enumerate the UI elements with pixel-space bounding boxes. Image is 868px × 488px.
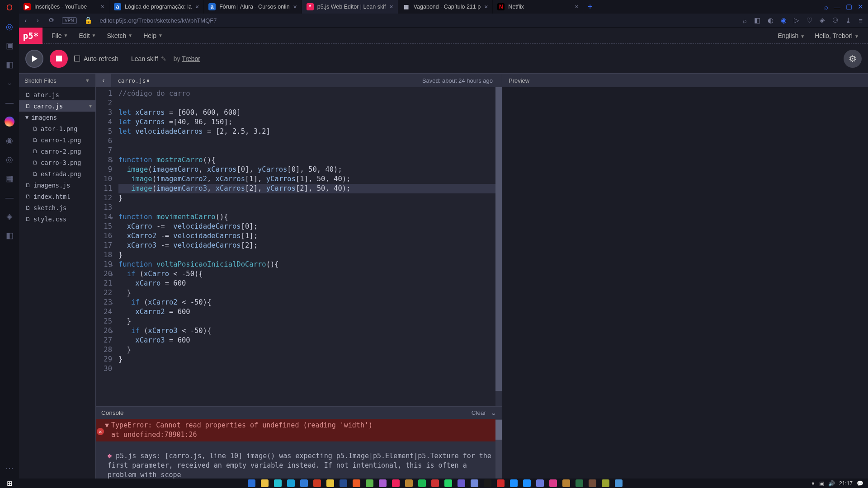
easy-setup-icon[interactable]: ≡ (859, 17, 863, 24)
sidebar-header[interactable]: Sketch Files ▼ (19, 74, 95, 87)
taskbar-app-icon[interactable] (615, 479, 623, 487)
speed-dial-icon[interactable]: ▣ (5, 41, 14, 51)
taskbar-app-icon[interactable] (444, 479, 452, 487)
taskbar-app-icon[interactable] (458, 479, 465, 487)
file-item[interactable]: 🗋ator.js (19, 89, 95, 100)
taskbar-app-icon[interactable] (366, 479, 373, 487)
taskbar-app-icon[interactable] (602, 479, 609, 487)
taskbar-app-icon[interactable] (484, 479, 491, 487)
taskbar-app-icon[interactable] (392, 479, 400, 487)
taskbar-app-icon[interactable] (261, 479, 269, 487)
console-scrollbar[interactable] (495, 419, 502, 479)
taskbar-app-icon[interactable] (326, 479, 334, 487)
flow-icon[interactable]: ◧ (5, 230, 14, 240)
taskbar-app-icon[interactable] (549, 479, 557, 487)
menu-edit[interactable]: Edit ▼ (79, 32, 96, 39)
taskbar-app-icon[interactable] (418, 479, 426, 487)
cube-icon[interactable]: ◈ (820, 16, 825, 24)
sketch-name[interactable]: Lean skiff (131, 55, 158, 62)
taskbar-app-icon[interactable] (340, 479, 347, 487)
taskbar-app-icon[interactable] (353, 479, 360, 487)
open-file-tab[interactable]: carro.js● (111, 74, 156, 87)
file-item[interactable]: 🗋carro-1.png (19, 134, 95, 145)
browser-tab[interactable]: *p5.js Web Editor | Lean skif× (302, 0, 398, 14)
tab-close-icon[interactable]: × (195, 3, 199, 10)
close-window-icon[interactable]: ✕ (858, 3, 863, 11)
file-item[interactable]: 🗋carro-2.png (19, 145, 95, 157)
reload-icon[interactable]: ⟳ (49, 16, 55, 24)
menu-sketch[interactable]: Sketch ▼ (107, 32, 133, 39)
file-item[interactable]: 🗋ator-1.png (19, 123, 95, 134)
sidebar-dropdown-icon[interactable]: ▼ (85, 78, 90, 83)
snapshot-icon[interactable]: ◐ (768, 16, 774, 24)
tray-notifications-icon[interactable]: 💬 (857, 480, 863, 487)
user-greeting[interactable]: Hello, Trebor! ▼ (815, 32, 859, 39)
url-text[interactable]: editor.p5js.org/Trebor/sketches/kWphTMQF… (100, 17, 217, 24)
start-button[interactable]: ⊞ (0, 479, 19, 488)
opera-search-icon[interactable]: ⌕ (824, 3, 828, 11)
file-item[interactable]: 🗋imagens.js (19, 179, 95, 191)
opera-logo-icon[interactable]: O (5, 3, 14, 13)
maximize-icon[interactable]: ▢ (846, 3, 852, 11)
shield-icon[interactable]: ◉ (781, 16, 787, 24)
console-collapse-icon[interactable]: ⌄ (491, 408, 496, 417)
whatsapp-icon[interactable]: ◉ (5, 136, 14, 145)
telegram-icon[interactable]: ▦ (5, 174, 14, 183)
file-item[interactable]: 🗋style.css (19, 213, 95, 225)
instagram-icon[interactable] (5, 117, 14, 127)
taskbar-app-icon[interactable] (562, 479, 570, 487)
player-icon[interactable]: ◈ (5, 211, 14, 221)
twitter-icon[interactable]: ◎ (5, 155, 14, 164)
edit-name-icon[interactable]: ✎ (161, 55, 166, 62)
new-tab-button[interactable]: + (583, 0, 597, 14)
menu-file[interactable]: File ▼ (52, 32, 68, 39)
taskbar-app-icon[interactable] (523, 479, 531, 487)
browser-tab[interactable]: aLógica de programação: la× (109, 0, 204, 14)
tab-close-icon[interactable]: × (293, 3, 297, 10)
tray-network-icon[interactable]: ▣ (819, 480, 824, 487)
stop-button[interactable] (50, 50, 68, 68)
discord-icon[interactable]: ◎ (5, 22, 14, 32)
download-icon[interactable]: ⤓ (845, 16, 851, 24)
taskbar-app-icon[interactable] (471, 479, 478, 487)
heart-icon[interactable]: ♡ (807, 16, 812, 24)
browser-tab[interactable]: ▦Vagabond - Capítulo 211 p× (398, 0, 493, 14)
console-clear-button[interactable]: Clear (472, 409, 486, 416)
file-item[interactable]: 🗋carro-3.png (19, 157, 95, 168)
taskbar-app-icon[interactable] (536, 479, 544, 487)
search-icon[interactable]: ⌕ (743, 17, 747, 24)
tab-close-icon[interactable]: × (484, 3, 488, 10)
forward-icon[interactable]: › (37, 16, 39, 24)
taskbar-app-icon[interactable] (589, 479, 596, 487)
tray-expand-icon[interactable]: ∧ (811, 480, 815, 487)
collapse-sidebar-button[interactable]: ‹ (96, 74, 111, 87)
file-item[interactable]: 🗋index.html (19, 191, 95, 202)
taskbar-app-icon[interactable] (274, 479, 282, 487)
taskbar-app-icon[interactable] (576, 479, 583, 487)
lock-icon[interactable]: 🔒 (84, 16, 93, 24)
browser-tab[interactable]: aFórum | Alura - Cursos onlin× (204, 0, 302, 14)
bookmarks-icon[interactable]: ◧ (5, 60, 14, 70)
taskbar-app-icon[interactable] (497, 479, 505, 487)
file-menu-icon[interactable]: ▼ (89, 103, 92, 108)
settings-button[interactable]: ⚙ (844, 50, 862, 68)
vpn-badge[interactable]: VPN (62, 17, 77, 24)
file-item[interactable]: 🗋carro.js▼ (19, 100, 95, 112)
messenger-icon[interactable]: ◦ (5, 79, 14, 89)
tab-close-icon[interactable]: × (389, 3, 393, 10)
taskbar-app-icon[interactable] (510, 479, 518, 487)
language-select[interactable]: English ▼ (778, 32, 805, 39)
bookmark-icon[interactable]: ▷ (794, 16, 799, 24)
file-item[interactable]: 🗋estrada.png (19, 168, 95, 179)
sidebar-toggle-icon[interactable]: ◧ (754, 16, 760, 24)
minimize-icon[interactable]: — (834, 3, 840, 11)
menu-help[interactable]: Help ▼ (143, 32, 163, 39)
sidebar-more-icon[interactable]: ⋯ (5, 463, 14, 473)
taskbar-app-icon[interactable] (248, 479, 255, 487)
editor-scrollbar[interactable] (495, 87, 502, 406)
folder-item[interactable]: ▼imagens (19, 112, 95, 123)
play-button[interactable] (25, 50, 43, 68)
tray-time[interactable]: 21:17 (839, 480, 853, 487)
tray-volume-icon[interactable]: 🔊 (828, 480, 835, 487)
checkbox-icon[interactable] (74, 56, 80, 61)
